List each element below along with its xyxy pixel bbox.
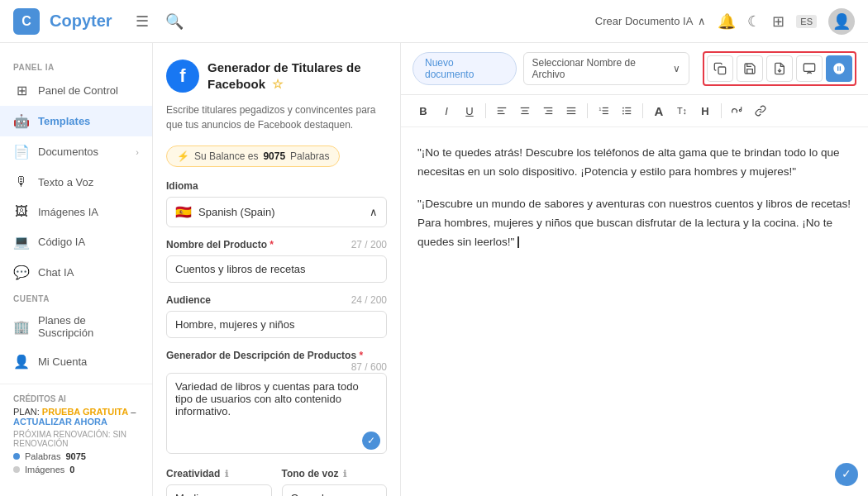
images-dot-icon [13, 466, 20, 473]
words-dot-icon [13, 453, 20, 460]
sidebar-panel-ia-label: PANEL IA [0, 56, 152, 75]
left-panel: f Generador de Titulares de Facebook ☆ E… [153, 43, 401, 496]
copy-doc-btn[interactable] [707, 55, 733, 82]
plan-free-link[interactable]: PRUEBA GRATUITA [42, 407, 128, 417]
plan-upgrade-link[interactable]: ACTUALIZAR AHORA [13, 417, 107, 427]
align-justify-btn[interactable] [560, 100, 582, 122]
svg-rect-9 [521, 113, 528, 114]
audience-field: Audience 24 / 200 [166, 294, 387, 338]
language-selector[interactable]: 🇪🇸 Spanish (Spain) ∧ [166, 197, 387, 227]
balance-value: 9075 [263, 150, 285, 162]
save-doc-btn[interactable] [737, 55, 763, 82]
svg-point-22 [622, 113, 624, 115]
fullscreen-icon[interactable]: ⊞ [772, 12, 785, 31]
sidebar-cuenta-label: CUENTA [0, 288, 152, 307]
tool-title: Generador de Titulares de Facebook ☆ [207, 60, 387, 92]
person-icon: 👤 [13, 354, 30, 370]
italic-btn[interactable]: I [436, 100, 457, 122]
bold-btn[interactable]: B [413, 100, 434, 122]
menu-icon[interactable]: ☰ [132, 9, 152, 34]
svg-rect-12 [546, 113, 553, 114]
underline-btn[interactable]: U [459, 100, 480, 122]
sidebar-item-planes[interactable]: 🏢 Planes de Suscripción [0, 307, 152, 346]
tono-info-icon: ℹ [343, 469, 346, 479]
sidebar-item-codigo-ia[interactable]: 💻 Código IA [0, 227, 152, 257]
sidebar-item-imagenes-ia[interactable]: 🖼 Imágenes IA [0, 197, 152, 227]
share-doc-btn[interactable] [796, 55, 823, 82]
align-left-btn[interactable] [491, 100, 513, 122]
unordered-list-btn[interactable] [616, 100, 637, 122]
svg-rect-10 [544, 107, 553, 108]
sidebar-label-documentos: Documentos [38, 145, 98, 158]
paint-btn[interactable] [727, 100, 748, 122]
download-doc-btn[interactable] [766, 55, 793, 82]
balance-badge: ⚡ Su Balance es 9075 Palabras [166, 145, 340, 167]
bottom-fields-row: Creatividad ℹ Tono de voz ℹ [166, 468, 387, 496]
sidebar-item-chat-ia[interactable]: 💬 Chat IA [0, 257, 152, 288]
desc-check-icon: ✓ [362, 432, 380, 450]
building-icon: 🏢 [13, 319, 30, 335]
doc-tab[interactable]: Nuevo documento [413, 52, 517, 85]
dark-mode-icon[interactable]: ☾ [747, 12, 761, 31]
logo-name: Copyter [50, 12, 112, 31]
svg-rect-23 [625, 107, 631, 108]
required-star: * [269, 239, 274, 250]
plan-links: PLAN: PRUEBA GRATUITA – ACTUALIZAR AHORA [13, 407, 139, 427]
tono-input[interactable] [282, 484, 388, 496]
svg-rect-5 [498, 110, 503, 111]
done-check-btn[interactable]: ✓ [835, 463, 858, 486]
line-height-btn[interactable]: T↕ [671, 100, 693, 122]
code-icon: 💻 [13, 234, 30, 250]
bolt-icon: ⚡ [177, 150, 189, 162]
ai-doc-btn[interactable] [826, 55, 852, 82]
sidebar: PANEL IA ⊞ Panel de Control 🤖 Templates … [0, 43, 153, 496]
heading-btn[interactable]: H [694, 100, 716, 122]
words-value: 9075 [65, 451, 85, 461]
fmt-sep-1 [485, 103, 486, 118]
grid-icon: ⊞ [13, 83, 30, 98]
sidebar-item-mi-cuenta[interactable]: 👤 Mi Cuenta [0, 346, 152, 377]
sidebar-item-panel-control[interactable]: ⊞ Panel de Control [0, 75, 152, 106]
font-size-btn[interactable]: A [648, 100, 670, 122]
sidebar-item-texto-a-voz[interactable]: 🎙 Texto a Voz [0, 167, 152, 197]
ordered-list-btn[interactable]: 1. [593, 100, 614, 122]
name-selector-label: Seleccionar Nombre de Archivo [532, 57, 669, 80]
svg-rect-15 [567, 113, 576, 114]
editor-content[interactable]: "¡No te quedes atrás! Descubre los teléf… [401, 127, 868, 496]
chat-icon: 💬 [13, 265, 30, 280]
logo-icon: C [13, 8, 40, 35]
creatividad-input[interactable] [166, 484, 272, 496]
avatar[interactable]: 👤 [828, 8, 855, 35]
link-btn[interactable] [750, 100, 771, 122]
audience-label: Audience 24 / 200 [166, 294, 387, 306]
editor-panel: Nuevo documento Seleccionar Nombre de Ar… [401, 43, 868, 496]
desc-field: Generador de Descripción de Productos * … [166, 350, 387, 456]
audience-counter: 24 / 200 [351, 294, 387, 306]
editor-top-toolbar: Nuevo documento Seleccionar Nombre de Ar… [401, 43, 868, 95]
balance-label: Su Balance es [194, 150, 258, 162]
producto-input[interactable] [166, 255, 387, 283]
desc-textarea-wrap: ✓ [166, 366, 387, 456]
desc-textarea[interactable] [166, 373, 387, 454]
ai-icon: 🤖 [13, 113, 30, 129]
svg-rect-13 [567, 107, 576, 108]
sidebar-label-codigo-ia: Código IA [38, 236, 85, 248]
align-right-btn[interactable] [537, 100, 559, 122]
idioma-label: Idioma [166, 180, 387, 192]
sidebar-item-templates[interactable]: 🤖 Templates [0, 106, 152, 136]
language-badge[interactable]: ES [796, 15, 817, 28]
sidebar-item-documentos[interactable]: 📄 Documentos › [0, 136, 152, 167]
audience-input[interactable] [166, 311, 387, 338]
svg-rect-11 [546, 110, 552, 111]
notification-icon[interactable]: 🔔 [718, 12, 736, 31]
name-selector[interactable]: Seleccionar Nombre de Archivo ∨ [523, 52, 690, 85]
svg-point-26 [739, 109, 741, 111]
crear-documento-btn[interactable]: Crear Documento IA ∧ [595, 15, 707, 27]
sidebar-label-mi-cuenta: Mi Cuenta [38, 355, 87, 368]
svg-rect-8 [522, 110, 528, 111]
search-icon[interactable]: 🔍 [162, 9, 187, 34]
sidebar-label-planes: Planes de Suscripción [38, 314, 139, 339]
lang-value: Spanish (Spain) [198, 206, 275, 218]
svg-rect-2 [804, 64, 814, 71]
align-center-btn[interactable] [514, 100, 536, 122]
